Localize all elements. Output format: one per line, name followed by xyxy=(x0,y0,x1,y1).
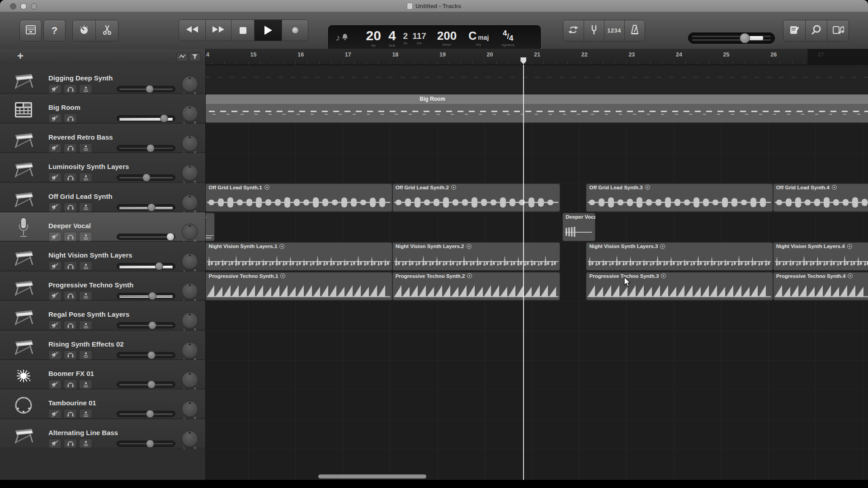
track-header[interactable]: Alternating Line Bass LR xyxy=(0,419,205,448)
zoom-button[interactable] xyxy=(31,3,37,9)
track-header[interactable]: Tambourine 01 LR xyxy=(0,389,205,418)
input-monitoring-button[interactable] xyxy=(79,143,92,153)
track-header[interactable]: Deeper Vocal LR xyxy=(0,212,205,241)
volume-slider[interactable] xyxy=(117,86,175,92)
region[interactable]: Night Vision Synth Layers.2 xyxy=(392,242,560,271)
volume-slider[interactable] xyxy=(117,263,175,269)
volume-thumb[interactable] xyxy=(147,380,156,389)
track-header[interactable]: Luminosity Synth Layers LR xyxy=(0,153,205,182)
mute-button[interactable] xyxy=(48,320,61,330)
track-header[interactable]: Digging Deep Synth LR xyxy=(0,65,205,94)
master-volume-thumb[interactable] xyxy=(740,33,750,43)
region[interactable]: Progressive Techno Synth.1 xyxy=(206,272,392,300)
region[interactable] xyxy=(206,65,868,94)
mute-button[interactable] xyxy=(48,380,61,389)
stop-button[interactable] xyxy=(231,20,255,41)
input-monitoring-button[interactable] xyxy=(79,439,92,448)
volume-thumb[interactable] xyxy=(155,262,163,270)
track-filter-button[interactable] xyxy=(189,52,201,61)
close-button[interactable] xyxy=(10,3,16,9)
mute-button[interactable] xyxy=(48,143,61,153)
input-monitoring-button[interactable] xyxy=(79,380,92,389)
add-track-button[interactable]: + xyxy=(17,50,24,62)
track-header[interactable]: Night Vision Synth Layers LR xyxy=(0,242,205,271)
solo-button[interactable] xyxy=(64,113,77,123)
mute-button[interactable] xyxy=(48,439,61,448)
pan-knob[interactable] xyxy=(182,253,198,269)
pan-knob[interactable] xyxy=(182,283,198,299)
solo-button[interactable] xyxy=(64,84,77,94)
volume-slider[interactable] xyxy=(117,322,175,328)
pan-knob[interactable] xyxy=(182,371,198,388)
volume-slider[interactable] xyxy=(117,381,175,388)
pan-knob[interactable] xyxy=(182,431,198,447)
input-monitoring-button[interactable] xyxy=(79,291,92,300)
media-browser-button[interactable] xyxy=(827,20,849,41)
volume-slider[interactable] xyxy=(117,174,175,181)
minimize-button[interactable] xyxy=(20,3,27,9)
region[interactable]: Progressive Techno Synth.2 xyxy=(392,272,560,300)
region[interactable]: Progressive Techno Synth.3 xyxy=(586,272,773,300)
pan-knob[interactable] xyxy=(182,105,198,122)
volume-thumb[interactable] xyxy=(166,233,175,241)
volume-slider[interactable] xyxy=(117,115,175,122)
solo-button[interactable] xyxy=(64,380,77,389)
cycle-button[interactable] xyxy=(563,20,584,41)
pan-knob[interactable] xyxy=(182,194,198,211)
tuner-button[interactable] xyxy=(584,20,604,41)
pan-knob[interactable] xyxy=(182,312,198,328)
volume-thumb[interactable] xyxy=(148,292,156,300)
region[interactable]: Night Vision Synth Layers.3 xyxy=(586,242,773,271)
titlebar[interactable]: Untitled - Tracks xyxy=(0,0,868,12)
master-volume-slider[interactable] xyxy=(688,33,775,44)
region[interactable]: #01 xyxy=(206,213,215,241)
volume-slider[interactable] xyxy=(117,411,175,417)
volume-thumb[interactable] xyxy=(148,321,156,329)
solo-button[interactable] xyxy=(64,320,77,330)
region[interactable]: Progressive Techno Synth.4 xyxy=(773,272,868,300)
quick-help-button[interactable]: ? xyxy=(43,20,66,42)
input-monitoring-button[interactable] xyxy=(79,409,92,418)
volume-thumb[interactable] xyxy=(146,144,155,152)
volume-slider[interactable] xyxy=(117,293,175,299)
region[interactable]: Deeper Vocal xyxy=(562,213,595,241)
volume-thumb[interactable] xyxy=(160,114,168,122)
mute-button[interactable] xyxy=(48,409,61,418)
mute-button[interactable] xyxy=(48,113,61,123)
track-header[interactable]: Regal Pose Synth Layers LR xyxy=(0,301,205,330)
solo-button[interactable] xyxy=(64,143,77,153)
fast-forward-button[interactable] xyxy=(206,20,231,41)
smart-controls-button[interactable] xyxy=(73,20,96,41)
volume-thumb[interactable] xyxy=(142,174,151,182)
mute-button[interactable] xyxy=(48,261,61,271)
input-monitoring-button[interactable] xyxy=(79,320,92,330)
region[interactable]: Night Vision Synth Layers.1 xyxy=(206,242,392,271)
pan-knob[interactable] xyxy=(182,342,198,358)
playhead-line[interactable] xyxy=(523,65,524,480)
notepad-button[interactable] xyxy=(783,20,806,41)
mute-button[interactable] xyxy=(48,202,61,212)
track-header[interactable]: Off Grid Lead Synth LR xyxy=(0,183,205,212)
region[interactable]: Big Room xyxy=(206,94,868,123)
mute-button[interactable] xyxy=(48,291,61,300)
timeline-ruler[interactable]: 1415161718192021222324252627 xyxy=(206,49,868,65)
volume-thumb[interactable] xyxy=(146,440,154,448)
pan-knob[interactable] xyxy=(182,224,198,240)
region[interactable]: Off Grid Lead Synth.4 xyxy=(773,183,868,212)
volume-slider[interactable] xyxy=(117,204,175,211)
mute-button[interactable] xyxy=(48,173,61,182)
count-in-button[interactable]: 1234 xyxy=(604,20,625,41)
input-monitoring-button[interactable] xyxy=(79,202,92,212)
rewind-button[interactable] xyxy=(179,20,206,41)
solo-button[interactable] xyxy=(64,291,77,300)
region[interactable]: Off Grid Lead Synth.2 xyxy=(392,183,560,212)
volume-slider[interactable] xyxy=(117,441,175,447)
region[interactable]: Off Grid Lead Synth.3 xyxy=(586,183,773,212)
library-button[interactable] xyxy=(19,20,42,42)
volume-thumb[interactable] xyxy=(146,410,154,418)
horizontal-scrollbar[interactable] xyxy=(318,474,426,479)
region[interactable]: Off Grid Lead Synth.1 xyxy=(206,183,392,212)
solo-button[interactable] xyxy=(64,261,77,271)
region[interactable]: Night Vision Synth Layers.4 xyxy=(773,242,868,271)
track-header[interactable]: Boomer FX 01 LR xyxy=(0,360,205,389)
